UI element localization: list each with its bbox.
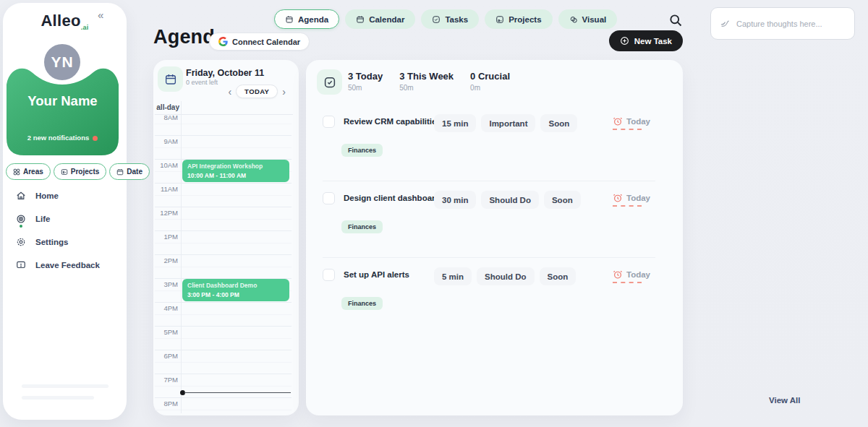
- due-underline: [613, 282, 642, 283]
- filter-date-button[interactable]: Date: [109, 163, 150, 180]
- task-title: Set up API alerts: [344, 270, 409, 279]
- task-checkbox[interactable]: [323, 116, 335, 128]
- view-all-link[interactable]: View All: [769, 396, 800, 405]
- new-task-button[interactable]: New Task: [609, 30, 683, 51]
- logo-suffix: .ai: [81, 24, 89, 31]
- hour-label: 1PM: [155, 233, 178, 241]
- task-checkbox[interactable]: [323, 269, 335, 281]
- user-name: Your Name: [7, 93, 119, 109]
- avatar[interactable]: YN: [41, 41, 83, 83]
- hour-label: 9AM: [155, 137, 178, 145]
- task-chips: 30 min Should Do Soon: [434, 191, 581, 209]
- connect-calendar-button[interactable]: Connect Calendar: [209, 33, 310, 51]
- connect-calendar-label: Connect Calendar: [232, 38, 300, 46]
- google-icon: [218, 37, 228, 46]
- current-time-indicator: [180, 392, 291, 394]
- today-button[interactable]: TODAY: [236, 85, 278, 98]
- alarm-icon: [613, 269, 623, 280]
- task-row: Set up API alerts 5 min Should Do Soon T…: [306, 267, 683, 318]
- visual-icon: [569, 15, 578, 24]
- projects-icon: [495, 15, 504, 24]
- tag-finances[interactable]: Finances: [341, 220, 383, 233]
- due-badge[interactable]: Today: [613, 193, 650, 203]
- sidebar-item-home[interactable]: Home: [16, 190, 100, 201]
- priority-chip[interactable]: Should Do: [477, 267, 535, 285]
- current-time-line: [184, 392, 291, 394]
- alarm-icon: [613, 116, 623, 126]
- capture-box[interactable]: [710, 7, 855, 40]
- check-circle-icon: [432, 15, 441, 24]
- scribble-icon: [720, 18, 731, 29]
- tab-agenda[interactable]: Agenda: [274, 9, 339, 29]
- tab-calendar[interactable]: Calendar: [345, 9, 415, 29]
- sidebar-nav: Home Life Settings Leave Feedback: [16, 190, 100, 270]
- task-title: Design client dashboard: [344, 194, 441, 202]
- sidebar-item-leave-feedback[interactable]: Leave Feedback: [16, 259, 100, 270]
- decorative-bar: [22, 396, 94, 400]
- tab-tasks[interactable]: Tasks: [421, 9, 479, 29]
- hour-label: 10AM: [155, 161, 178, 169]
- tab-label: Visual: [582, 15, 607, 24]
- task-checkbox[interactable]: [323, 192, 335, 204]
- gear-icon: [16, 237, 26, 247]
- task-row: Design client dashboard 30 min Should Do…: [306, 191, 683, 241]
- calendar-icon: [116, 168, 124, 176]
- due-badge[interactable]: Today: [613, 269, 650, 280]
- target-icon: [16, 214, 26, 224]
- due-label: Today: [626, 270, 650, 279]
- row-separator: [323, 257, 655, 258]
- alarm-icon: [613, 193, 623, 203]
- urgency-chip[interactable]: Soon: [540, 267, 576, 285]
- event-api-integration-workshop[interactable]: API Integration Workshop 10:00 AM - 11:0…: [182, 160, 289, 182]
- hour-label: 8PM: [155, 400, 178, 407]
- event-time: 3:00 PM - 4:00 PM: [187, 291, 284, 298]
- duration-chip[interactable]: 5 min: [434, 267, 472, 285]
- capture-input[interactable]: [736, 20, 846, 28]
- all-day-row: all-day: [155, 101, 293, 115]
- feedback-icon: [16, 260, 26, 270]
- tag-finances[interactable]: Finances: [341, 144, 383, 157]
- search-icon[interactable]: [668, 13, 683, 27]
- tab-visual[interactable]: Visual: [558, 9, 618, 29]
- main-tabs: Agenda Calendar Tasks Projects Visual: [274, 9, 617, 29]
- filter-areas-button[interactable]: Areas: [6, 163, 51, 180]
- prev-day-button[interactable]: ‹: [228, 87, 231, 97]
- task-stats: 3 Today 50m 3 This Week 50m 0 Crucial 0m: [348, 71, 510, 92]
- stat-count-label: 3 Today: [348, 71, 383, 82]
- sidebar-item-life[interactable]: Life: [16, 213, 100, 224]
- agenda-icon: [285, 15, 294, 24]
- priority-chip[interactable]: Important: [481, 114, 535, 132]
- time-grid[interactable]: 8AM 9AM 10AM 11AM 12PM 1PM 2PM 3PM 4PM 5…: [155, 101, 293, 413]
- projects-icon: [61, 168, 68, 176]
- hour-label: 5PM: [155, 328, 178, 336]
- due-underline: [613, 205, 642, 207]
- event-title: API Integration Workshop: [187, 163, 284, 171]
- calendar-nav: ‹ TODAY ›: [228, 85, 286, 98]
- event-client-dashboard-demo[interactable]: Client Dashboard Demo 3:00 PM - 4:00 PM: [182, 279, 289, 301]
- sidebar-item-settings[interactable]: Settings: [16, 236, 100, 247]
- duration-chip[interactable]: 30 min: [434, 191, 476, 209]
- home-icon: [16, 191, 26, 201]
- logo-row: Alleo.ai: [3, 12, 127, 31]
- stat-time: 50m: [348, 84, 383, 92]
- check-square-icon: [323, 76, 336, 89]
- stat-this-week: 3 This Week 50m: [399, 71, 454, 92]
- urgency-chip[interactable]: Soon: [544, 191, 581, 209]
- alleo-logo[interactable]: Alleo.ai: [41, 12, 88, 30]
- tag-finances[interactable]: Finances: [341, 297, 383, 310]
- next-day-button[interactable]: ›: [282, 87, 286, 97]
- hour-label: 11AM: [155, 185, 178, 193]
- task-chips: 15 min Important Soon: [434, 114, 577, 132]
- tab-projects[interactable]: Projects: [485, 9, 552, 29]
- stat-crucial: 0 Crucial 0m: [470, 71, 510, 92]
- urgency-chip[interactable]: Soon: [540, 114, 577, 132]
- priority-chip[interactable]: Should Do: [481, 191, 539, 209]
- filter-projects-button[interactable]: Projects: [54, 163, 106, 180]
- duration-chip[interactable]: 15 min: [434, 114, 476, 132]
- notifications-link[interactable]: 2 new notifications: [7, 134, 119, 142]
- due-badge[interactable]: Today: [613, 116, 650, 126]
- filter-projects-label: Projects: [71, 168, 99, 176]
- stat-time: 50m: [399, 84, 454, 92]
- sidebar-collapse-icon[interactable]: «: [98, 9, 103, 21]
- task-row: Review CRM capabilities 15 min Important…: [306, 114, 683, 165]
